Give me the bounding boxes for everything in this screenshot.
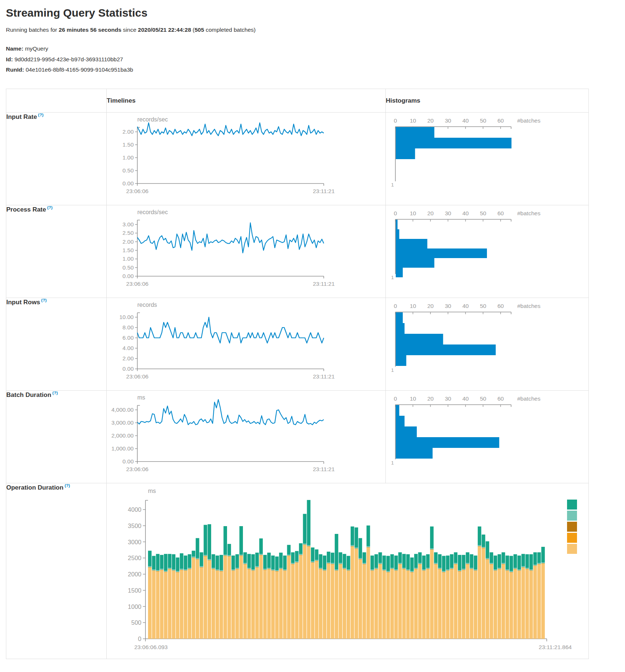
svg-text:500: 500: [131, 619, 141, 626]
table-row-input-rows: Input Rows(?) 10.008.006.004.002.000.00r…: [6, 298, 589, 391]
operation-duration-legend: [567, 500, 577, 554]
svg-text:records/sec: records/sec: [137, 116, 168, 123]
svg-text:2500: 2500: [128, 555, 141, 561]
svg-text:30: 30: [445, 303, 451, 309]
svg-text:23:11:21: 23:11:21: [313, 188, 334, 194]
svg-text:2,000.00: 2,000.00: [111, 432, 134, 439]
query-name-line: Name: myQuery: [6, 44, 625, 54]
query-meta: Name: myQuery Id: 9d0dd219-995d-423e-b97…: [6, 44, 625, 75]
name-label: Name:: [6, 45, 23, 52]
batch-duration-hint-icon[interactable]: (?): [52, 391, 58, 395]
table-row-input-rate: Input Rate(?) 2.001.501.000.500.00record…: [6, 113, 589, 205]
svg-text:40: 40: [462, 210, 469, 216]
query-id-line: Id: 9d0dd219-995d-423e-b97d-36931110bb27: [6, 54, 625, 65]
id-value: 9d0dd219-995d-423e-b97d-36931110bb27: [13, 56, 123, 62]
page-title: Streaming Query Statistics: [6, 7, 625, 19]
process-rate-label: Process Rate: [6, 206, 46, 213]
svg-text:0.00: 0.00: [123, 180, 134, 186]
svg-text:60: 60: [497, 395, 504, 402]
svg-text:2.00: 2.00: [123, 355, 134, 361]
svg-text:3.00: 3.00: [123, 221, 134, 227]
svg-text:2.00: 2.00: [123, 239, 134, 245]
batch-duration-timeline-cell: 4,000.003,000.002,000.001,000.000.00ms23…: [107, 391, 386, 483]
svg-text:#batches: #batches: [517, 117, 540, 124]
batch-duration-histogram-chart: 0102030405060#batches1: [386, 391, 588, 483]
svg-text:0.00: 0.00: [123, 458, 134, 464]
operation-duration-chart-cell: 40003500300025002000150010005000ms23:06:…: [107, 483, 589, 659]
svg-text:#batches: #batches: [517, 210, 540, 216]
legend-swatch-2: [567, 511, 577, 521]
operation-duration-hint-icon[interactable]: (?): [65, 483, 70, 488]
svg-text:23:06:06: 23:06:06: [126, 373, 148, 380]
svg-text:0: 0: [394, 210, 397, 216]
svg-text:23:11:21: 23:11:21: [313, 281, 334, 287]
svg-text:50: 50: [480, 117, 487, 124]
row-label-operation-duration: Operation Duration(?): [6, 483, 107, 659]
svg-text:records/sec: records/sec: [137, 209, 168, 215]
svg-text:1.00: 1.00: [123, 256, 134, 262]
input-rate-histogram-cell: 0102030405060#batches1: [386, 113, 589, 205]
input-rate-hint-icon[interactable]: (?): [38, 113, 44, 117]
svg-text:23:06:06.093: 23:06:06.093: [134, 644, 168, 650]
legend-swatch-3: [567, 522, 577, 532]
svg-text:0: 0: [394, 117, 397, 124]
operation-duration-label: Operation Duration: [6, 484, 63, 491]
svg-text:#batches: #batches: [517, 395, 540, 402]
svg-text:10: 10: [410, 210, 416, 216]
svg-text:0.50: 0.50: [123, 167, 134, 174]
svg-text:23:11:21.864: 23:11:21.864: [539, 644, 572, 650]
svg-text:6.00: 6.00: [123, 335, 134, 341]
svg-text:23:06:06: 23:06:06: [126, 281, 148, 287]
svg-text:2.00: 2.00: [123, 128, 134, 135]
svg-text:records: records: [137, 302, 157, 308]
process-rate-hint-icon[interactable]: (?): [47, 205, 53, 210]
svg-text:23:11:21: 23:11:21: [313, 466, 334, 472]
row-label-batch-duration: Batch Duration(?): [6, 391, 107, 483]
svg-text:10.00: 10.00: [119, 314, 134, 320]
svg-text:50: 50: [480, 210, 487, 216]
input-rate-label: Input Rate: [6, 113, 37, 120]
svg-text:20: 20: [427, 117, 434, 124]
svg-text:3000: 3000: [128, 539, 141, 545]
svg-text:23:06:06: 23:06:06: [126, 466, 148, 472]
process-rate-histogram-cell: 0102030405060#batches1: [386, 205, 589, 298]
svg-text:10: 10: [410, 395, 416, 402]
svg-text:23:11:21: 23:11:21: [313, 373, 334, 380]
svg-text:1.00: 1.00: [123, 154, 134, 161]
svg-text:4,000.00: 4,000.00: [111, 407, 134, 413]
input-rate-histogram-chart: 0102030405060#batches1: [386, 113, 588, 205]
svg-text:0: 0: [394, 303, 397, 309]
runid-label: RunId:: [6, 66, 24, 73]
input-rows-histogram-cell: 0102030405060#batches1: [386, 298, 589, 391]
input-rate-timeline-chart: 2.001.501.000.500.00records/sec23:06:062…: [107, 113, 385, 205]
process-rate-timeline-chart: 3.002.502.001.501.000.500.00records/sec2…: [107, 205, 385, 298]
svg-text:1000: 1000: [128, 603, 141, 610]
svg-text:0: 0: [138, 635, 141, 642]
batch-duration-label: Batch Duration: [6, 391, 51, 398]
table-header-row: Timelines Histograms: [6, 89, 589, 113]
svg-text:1: 1: [391, 367, 394, 373]
svg-text:3500: 3500: [128, 522, 141, 529]
legend-swatch-1: [567, 500, 577, 510]
svg-text:0.50: 0.50: [123, 264, 134, 271]
table-row-batch-duration: Batch Duration(?) 4,000.003,000.002,000.…: [6, 391, 589, 483]
operation-duration-chart: 40003500300025002000150010005000ms23:06:…: [107, 483, 587, 659]
input-rows-timeline-cell: 10.008.006.004.002.000.00records23:06:06…: [107, 298, 386, 391]
svg-text:4.00: 4.00: [123, 345, 134, 351]
svg-text:10: 10: [410, 303, 416, 309]
input-rows-hint-icon[interactable]: (?): [41, 298, 47, 302]
batches-suffix: completed batches): [204, 27, 256, 33]
query-runid-line: RunId: 04e101e6-8bf8-4165-9099-9104c951b…: [6, 65, 625, 75]
svg-text:60: 60: [497, 117, 504, 124]
input-rows-histogram-chart: 0102030405060#batches1: [386, 298, 588, 390]
svg-text:1: 1: [391, 275, 394, 280]
column-header-timelines: Timelines: [107, 89, 386, 113]
runid-value: 04e101e6-8bf8-4165-9099-9104c951ba3b: [24, 66, 133, 73]
svg-text:1500: 1500: [128, 587, 141, 594]
svg-text:23:06:06: 23:06:06: [126, 188, 148, 194]
svg-text:1.50: 1.50: [123, 247, 134, 253]
running-prefix: Running batches for: [6, 27, 59, 33]
svg-text:20: 20: [427, 395, 434, 402]
svg-text:60: 60: [497, 303, 504, 309]
process-rate-histogram-chart: 0102030405060#batches1: [386, 205, 588, 298]
